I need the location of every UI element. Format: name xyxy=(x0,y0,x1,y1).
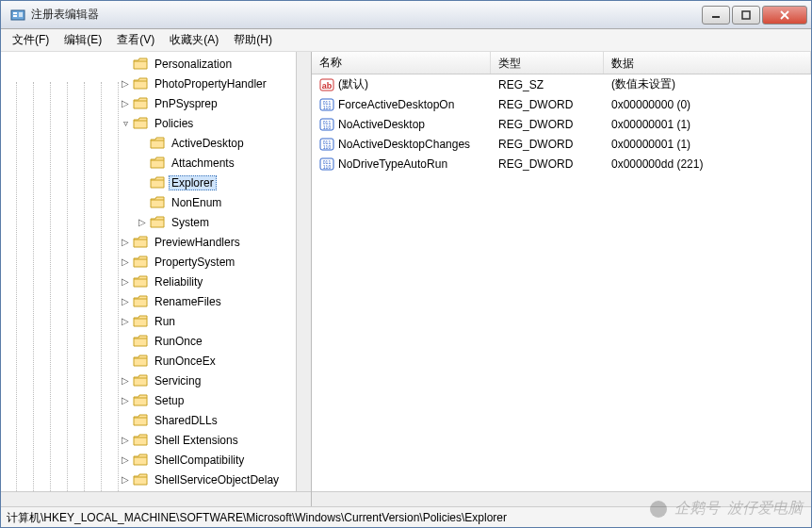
expand-toggle[interactable]: ▷ xyxy=(120,474,131,486)
tree-item[interactable]: RunOnceEx xyxy=(1,351,296,371)
expand-toggle xyxy=(137,157,148,169)
tree-item-label: System xyxy=(169,216,212,229)
tree-item-label: Explorer xyxy=(169,175,217,190)
tree-item[interactable]: ▷PnPSysprep xyxy=(1,93,296,113)
tree-item[interactable]: RunOnce xyxy=(1,331,296,351)
expand-toggle[interactable]: ▷ xyxy=(120,276,131,288)
tree-item[interactable]: Personalization xyxy=(1,54,296,74)
expand-toggle[interactable]: ▷ xyxy=(120,435,131,446)
status-path: 计算机\HKEY_LOCAL_MACHINE\SOFTWARE\Microsof… xyxy=(7,511,507,524)
folder-icon xyxy=(133,454,148,467)
tree-item[interactable]: ▷Servicing xyxy=(1,371,296,390)
svg-rect-3 xyxy=(19,12,23,17)
tree-item-label: Attachments xyxy=(169,157,237,170)
tree-item[interactable]: ▷Setup xyxy=(1,390,296,410)
expand-toggle[interactable]: ▷ xyxy=(120,395,131,406)
expand-toggle xyxy=(137,177,148,189)
value-row[interactable]: 011110ForceActiveDesktopOnREG_DWORD0x000… xyxy=(312,94,811,114)
column-header-data[interactable]: 数据 xyxy=(604,52,811,74)
values-list[interactable]: ab(默认)REG_SZ(数值未设置)011110ForceActiveDesk… xyxy=(312,74,811,173)
column-header-type[interactable]: 类型 xyxy=(491,52,604,74)
window-controls xyxy=(700,6,807,25)
value-row[interactable]: 011110NoActiveDesktopREG_DWORD0x00000001… xyxy=(312,114,811,134)
tree-item-label: Policies xyxy=(152,117,196,130)
values-header: 名称 类型 数据 xyxy=(312,52,811,74)
tree-item-label: SharedDLLs xyxy=(152,414,220,427)
registry-tree[interactable]: Personalization▷PhotoPropertyHandler▷PnP… xyxy=(1,52,296,491)
menu-edit[interactable]: 编辑(E) xyxy=(57,30,109,50)
menu-file[interactable]: 文件(F) xyxy=(5,30,57,50)
tree-item[interactable]: Explorer xyxy=(1,173,296,192)
folder-icon xyxy=(133,256,148,269)
tree-item[interactable]: ▷PropertySystem xyxy=(1,252,296,272)
string-value-icon: ab xyxy=(319,77,334,92)
value-row[interactable]: ab(默认)REG_SZ(数值未设置) xyxy=(312,74,811,94)
expand-toggle[interactable]: ▿ xyxy=(120,118,131,129)
svg-rect-2 xyxy=(13,15,17,17)
folder-icon xyxy=(133,97,148,110)
expand-toggle[interactable]: ▷ xyxy=(120,296,131,307)
menu-favorites[interactable]: 收藏夹(A) xyxy=(162,30,226,50)
tree-item[interactable]: ▷PhotoPropertyHandler xyxy=(1,74,296,93)
registry-editor-window: 注册表编辑器 文件(F) 编辑(E) 查看(V) 收藏夹(A) 帮助(H) Pe… xyxy=(0,0,812,528)
tree-item-label: ShellServiceObjectDelay xyxy=(152,473,282,487)
tree-item[interactable]: SharedDLLs xyxy=(1,410,296,430)
tree-horizontal-scrollbar[interactable] xyxy=(1,491,311,506)
body-area: Personalization▷PhotoPropertyHandler▷PnP… xyxy=(1,52,811,506)
tree-item[interactable]: NonEnum xyxy=(1,192,296,212)
expand-toggle[interactable]: ▷ xyxy=(120,78,131,90)
menubar: 文件(F) 编辑(E) 查看(V) 收藏夹(A) 帮助(H) xyxy=(1,29,811,52)
tree-item[interactable]: ▿Policies xyxy=(1,113,296,133)
expand-toggle xyxy=(120,336,131,347)
expand-toggle[interactable]: ▷ xyxy=(120,256,131,268)
tree-item[interactable]: ▷RenameFiles xyxy=(1,291,296,311)
value-data: 0x00000000 (0) xyxy=(604,98,811,111)
svg-text:110: 110 xyxy=(323,124,332,130)
expand-toggle[interactable]: ▷ xyxy=(120,316,131,327)
folder-icon xyxy=(133,374,148,388)
tree-item[interactable]: ▷PreviewHandlers xyxy=(1,232,296,252)
expand-toggle[interactable]: ▷ xyxy=(120,375,131,387)
value-name: (默认) xyxy=(338,76,368,92)
tree-item[interactable]: ▷ShellCompatibility xyxy=(1,450,296,470)
tree-item-label: RunOnce xyxy=(152,335,205,348)
value-name: ForceActiveDesktopOn xyxy=(338,98,454,111)
tree-item[interactable]: ▷System xyxy=(1,212,296,232)
tree-item[interactable]: ▷ShellServiceObjectDelay xyxy=(1,470,296,489)
tree-item[interactable]: ▷Run xyxy=(1,311,296,331)
tree-vertical-scrollbar[interactable] xyxy=(296,52,311,491)
titlebar[interactable]: 注册表编辑器 xyxy=(1,1,811,29)
expand-toggle[interactable]: ▷ xyxy=(120,237,131,248)
maximize-button[interactable] xyxy=(732,6,760,25)
values-horizontal-scrollbar[interactable] xyxy=(312,491,811,506)
svg-text:ab: ab xyxy=(322,81,333,91)
tree-item-label: PhotoPropertyHandler xyxy=(152,77,269,91)
regedit-icon xyxy=(10,8,25,23)
menu-help[interactable]: 帮助(H) xyxy=(226,30,280,50)
value-type: REG_DWORD xyxy=(491,118,604,131)
expand-toggle[interactable]: ▷ xyxy=(137,217,148,228)
close-button[interactable] xyxy=(762,6,807,25)
expand-toggle[interactable]: ▷ xyxy=(120,98,131,109)
value-row[interactable]: 011110NoActiveDesktopChangesREG_DWORD0x0… xyxy=(312,134,811,154)
expand-toggle xyxy=(137,197,148,208)
tree-item[interactable]: ActiveDesktop xyxy=(1,133,296,153)
tree-item[interactable]: ▷Shell Extensions xyxy=(1,430,296,450)
expand-toggle[interactable]: ▷ xyxy=(120,454,131,466)
tree-item[interactable]: Attachments xyxy=(1,153,296,173)
minimize-button[interactable] xyxy=(702,6,730,25)
tree-item[interactable]: ▷Reliability xyxy=(1,272,296,291)
value-row[interactable]: 011110NoDriveTypeAutoRunREG_DWORD0x00000… xyxy=(312,154,811,173)
tree-item-label: PnPSysprep xyxy=(152,97,220,110)
dword-value-icon: 011110 xyxy=(319,137,334,152)
column-header-name[interactable]: 名称 xyxy=(312,52,491,74)
folder-icon xyxy=(133,414,148,427)
tree-item-label: RenameFiles xyxy=(152,295,224,308)
folder-icon xyxy=(150,216,165,229)
tree-item-label: PreviewHandlers xyxy=(152,236,243,249)
tree-item-label: PropertySystem xyxy=(152,256,237,269)
folder-icon xyxy=(133,295,148,308)
value-name: NoDriveTypeAutoRun xyxy=(338,157,447,171)
menu-view[interactable]: 查看(V) xyxy=(109,30,162,50)
value-name: NoActiveDesktopChanges xyxy=(338,138,470,151)
